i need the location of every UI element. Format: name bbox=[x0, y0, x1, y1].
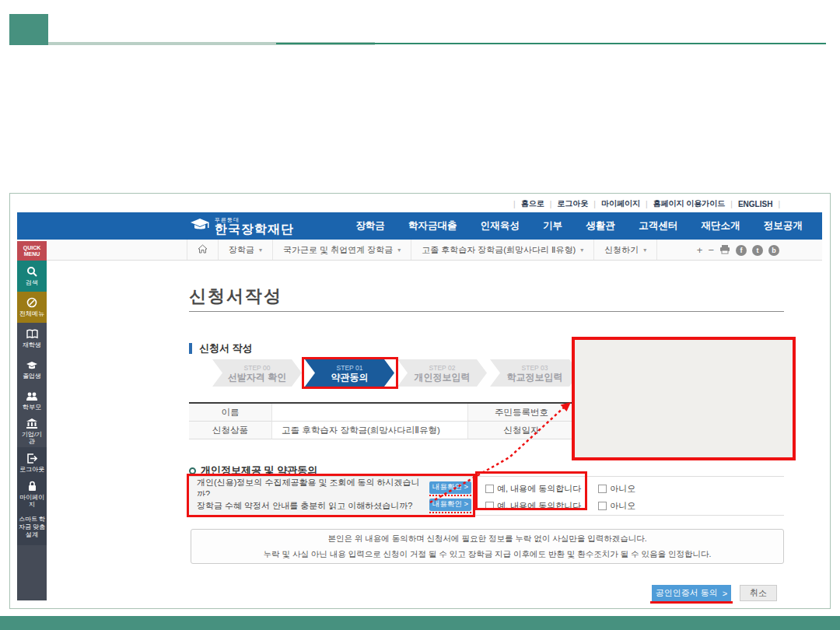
sidebar-item-logout[interactable]: 로그아웃 bbox=[17, 447, 47, 478]
separator: | bbox=[593, 200, 596, 208]
sidebar-item-parents[interactable]: 학부모 bbox=[17, 385, 47, 416]
utility-link-logout[interactable]: 로그아웃 bbox=[557, 198, 588, 209]
search-icon bbox=[26, 266, 37, 277]
agree-no-checkbox[interactable]: 아니오 bbox=[598, 500, 635, 512]
chevron-right-icon: > bbox=[723, 589, 727, 598]
logout-icon bbox=[26, 453, 37, 464]
breadcrumb-program[interactable]: 고졸 후학습자 장학금(희망사다리 Ⅱ유형)▾ bbox=[411, 240, 594, 260]
table-header-resident-number: 주민등록번호 bbox=[468, 404, 576, 422]
nav-item-scholarship[interactable]: 장학금 bbox=[355, 219, 385, 233]
sidebar-item-all-menu[interactable]: 전체메뉴 bbox=[17, 292, 47, 323]
checkbox-icon[interactable] bbox=[598, 485, 607, 493]
breadcrumb-items: 장학금▾ 국가근로 및 취업연계 장학금▾ 고졸 후학습자 장학금(희망사다리 … bbox=[187, 240, 657, 260]
chevron-down-icon: ▾ bbox=[580, 247, 583, 254]
separator: | bbox=[730, 200, 733, 208]
top-navigation-bar: 푸른등대 한국장학재단 장학금 학자금대출 인재육성 기부 생활관 고객센터 재… bbox=[17, 212, 822, 240]
site-logo[interactable]: 푸른등대 한국장학재단 bbox=[190, 212, 294, 240]
home-icon bbox=[198, 244, 208, 255]
title-divider bbox=[189, 311, 784, 312]
table-value-product: 고졸 후학습자 장학금(희망사다리Ⅱ유형) bbox=[272, 422, 468, 439]
separator: | bbox=[778, 200, 780, 208]
facebook-icon[interactable]: f bbox=[736, 245, 747, 256]
certificate-agree-button[interactable]: 공인인증서 동의 > bbox=[652, 585, 731, 601]
header-accent-square bbox=[9, 14, 48, 45]
table-header-name: 이름 bbox=[189, 404, 272, 422]
sidebar-filler bbox=[17, 545, 47, 600]
utility-link-home[interactable]: 홈으로 bbox=[521, 198, 544, 209]
breadcrumb-work-scholarship[interactable]: 국가근로 및 취업연계 장학금▾ bbox=[273, 240, 411, 260]
sidebar-item-graduate[interactable]: 졸업생 bbox=[17, 354, 47, 385]
lock-icon bbox=[27, 481, 37, 492]
separator: | bbox=[550, 200, 552, 208]
utility-link-guide[interactable]: 홈페이지 이용가이드 bbox=[653, 198, 726, 209]
nav-item-donation[interactable]: 기부 bbox=[543, 219, 562, 233]
chevron-down-icon: ▾ bbox=[397, 247, 401, 254]
breadcrumb: 장학금▾ 국가근로 및 취업연계 장학금▾ 고졸 후학습자 장학금(희망사다리 … bbox=[17, 240, 822, 261]
utility-link-mypage[interactable]: 마이페이지 bbox=[601, 198, 640, 209]
people-icon bbox=[26, 391, 38, 401]
nav-item-student-loan[interactable]: 학자금대출 bbox=[408, 219, 457, 233]
blog-icon[interactable]: b bbox=[768, 245, 779, 256]
utility-link-english[interactable]: ENGLISH bbox=[738, 200, 772, 208]
notice-line-2: 누락 및 사실 아닌 내용 입력으로 신청이 거절 될 수 있고 장학금 지급 … bbox=[264, 549, 712, 560]
annotation-box-active-step bbox=[302, 357, 398, 389]
nav-item-customer-center[interactable]: 고객센터 bbox=[639, 219, 677, 233]
checkbox-icon[interactable] bbox=[598, 502, 607, 510]
sidebar-item-smart-plan[interactable]: 스마트 학자금 맞춤설계 bbox=[17, 509, 47, 545]
chevron-down-icon: ▾ bbox=[643, 247, 646, 254]
step-03-school-info[interactable]: STEP 03 학교정보입력 bbox=[490, 359, 579, 387]
print-icon[interactable] bbox=[719, 243, 730, 257]
compass-icon bbox=[26, 297, 37, 308]
breadcrumb-scholarship[interactable]: 장학금▾ bbox=[219, 240, 273, 260]
section-title-application: 신청서 작성 bbox=[189, 343, 253, 354]
annotation-redacted-box bbox=[572, 337, 796, 460]
main-menu: 장학금 학자금대출 인재육성 기부 생활관 고객센터 재단소개 정보공개 bbox=[344, 212, 814, 240]
table-header-apply-date: 신청일자 bbox=[468, 422, 576, 439]
sidebar-item-enrolled-student[interactable]: 재학생 bbox=[17, 323, 47, 354]
quick-menu-title: QUICK MENU bbox=[17, 241, 47, 261]
page-title: 신청서작성 bbox=[189, 285, 282, 308]
logo-title: 한국장학재단 bbox=[215, 223, 294, 235]
nav-item-about[interactable]: 재단소개 bbox=[702, 219, 740, 233]
page-tools: + − f t b bbox=[697, 240, 779, 261]
sidebar-item-mypage[interactable]: 마이페이지 bbox=[17, 478, 47, 509]
zoom-out-icon[interactable]: − bbox=[708, 245, 714, 255]
footer-bar bbox=[0, 616, 840, 630]
breadcrumb-apply[interactable]: 신청하기▾ bbox=[594, 240, 657, 260]
step-02-personal-info[interactable]: STEP 02 개인정보입력 bbox=[397, 359, 487, 387]
chevron-down-icon: ▾ bbox=[259, 247, 262, 254]
table-header-product: 신청상품 bbox=[189, 422, 272, 439]
screenshot-canvas: | 홈으로 | 로그아웃 | 마이페이지 | 홈페이지 이용가이드 | ENGL… bbox=[0, 0, 840, 630]
header-rule-dark bbox=[276, 43, 826, 44]
separator: | bbox=[513, 200, 516, 208]
annotation-box-checkboxes bbox=[475, 471, 587, 510]
breadcrumb-home[interactable] bbox=[187, 240, 219, 260]
book-icon bbox=[26, 329, 38, 339]
bank-icon bbox=[26, 418, 38, 429]
cancel-button[interactable]: 취소 bbox=[740, 585, 777, 601]
nav-item-talent[interactable]: 인재육성 bbox=[481, 219, 520, 233]
annotation-box-questions bbox=[187, 474, 475, 517]
notice-line-1: 본인은 위 내용에 동의하며 신청서에 필요한 정보를 누락 없이 사실만을 입… bbox=[327, 534, 646, 544]
graduation-cap-icon bbox=[26, 360, 38, 370]
sidebar-item-corporation[interactable]: 기업/기관 bbox=[17, 416, 47, 447]
notice-box: 본인은 위 내용에 동의하며 신청서에 필요한 정보를 누락 없이 사실만을 입… bbox=[191, 529, 784, 564]
agree-no-checkbox[interactable]: 아니오 bbox=[598, 483, 635, 495]
graduation-cap-logo-icon bbox=[190, 217, 210, 236]
utility-links: | 홈으로 | 로그아웃 | 마이페이지 | 홈페이지 이용가이드 | ENGL… bbox=[0, 198, 786, 209]
annotation-underline bbox=[650, 601, 733, 604]
step-00-eligibility[interactable]: STEP 00 선발자격 확인 bbox=[212, 359, 302, 387]
zoom-in-icon[interactable]: + bbox=[697, 245, 703, 255]
table-value-name bbox=[272, 404, 468, 422]
separator: | bbox=[646, 200, 648, 208]
twitter-icon[interactable]: t bbox=[752, 245, 763, 256]
sidebar-item-search[interactable]: 검색 bbox=[17, 261, 47, 292]
nav-item-dormitory[interactable]: 생활관 bbox=[586, 219, 615, 233]
nav-item-disclosure[interactable]: 정보공개 bbox=[764, 219, 803, 233]
quick-menu-sidebar: QUICK MENU 검색 전체메뉴 재학생 졸업생 학부모 기업/기관 로그아… bbox=[17, 241, 47, 600]
